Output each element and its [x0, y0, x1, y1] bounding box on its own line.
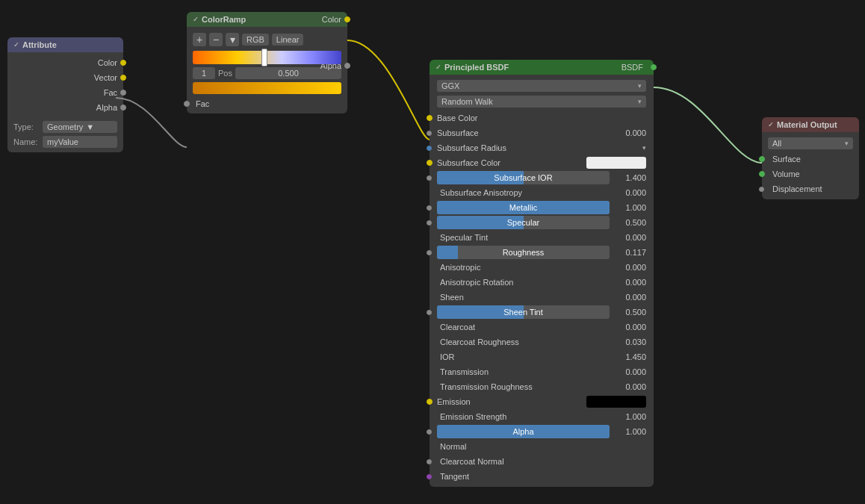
bsdf-subsurface-color-label: Subsurface Color — [437, 158, 586, 167]
colorramp-node[interactable]: ✓ ColorRamp Color Alpha + − ▾ RGB Linear — [187, 12, 347, 113]
bsdf-aniso-rotation-val: 0.000 — [613, 278, 646, 287]
bsdf-emission-strength-row: Emission Strength 1.000 — [430, 409, 654, 424]
colorramp-menu-btn[interactable]: ▾ — [226, 33, 239, 46]
bsdf-clearcoat-normal-socket[interactable] — [427, 459, 432, 464]
bsdf-clearcoat-normal-row: Clearcoat Normal — [430, 454, 654, 469]
bsdf-specular-tint-label: Specular Tint — [437, 233, 613, 242]
bsdf-subsurface-color-row: Subsurface Color — [430, 155, 654, 170]
matout-surface-socket[interactable] — [759, 156, 765, 162]
bsdf-tangent-label: Tangent — [437, 472, 646, 481]
bsdf-alpha-row: Alpha 1.000 — [430, 424, 654, 439]
bsdf-sheen-row: Sheen 0.000 — [430, 290, 654, 305]
bsdf-sheen-tint-socket[interactable] — [427, 310, 432, 315]
bsdf-roughness-bar[interactable]: Roughness — [437, 246, 610, 259]
bsdf-basecolor-socket[interactable] — [427, 115, 432, 121]
bsdf-tangent-socket[interactable] — [427, 474, 432, 479]
attribute-node-title: Attribute — [22, 40, 57, 49]
matout-volume-socket[interactable] — [759, 171, 765, 177]
bsdf-specular-row: Specular 0.500 — [430, 215, 654, 230]
colorramp-alpha-socket[interactable] — [344, 63, 350, 69]
colorramp-handle[interactable] — [261, 49, 267, 66]
colorramp-color-out-socket[interactable] — [344, 16, 350, 22]
colorramp-colormode-dropdown[interactable]: RGB — [242, 34, 269, 46]
attr-name-label: Name: — [13, 137, 40, 146]
colorramp-remove-btn[interactable]: − — [209, 33, 223, 46]
colorramp-add-btn[interactable]: + — [193, 33, 206, 46]
bsdf-distribution-value: GGX — [441, 81, 459, 90]
colorramp-fac-socket[interactable] — [184, 101, 190, 107]
bsdf-specular-bar[interactable]: Specular — [437, 216, 610, 229]
attr-color-label: Color — [13, 58, 117, 67]
attr-name-input[interactable]: myValue — [43, 136, 117, 148]
bsdf-emission-label: Emission — [437, 397, 586, 406]
bsdf-metallic-row: Metallic 1.000 — [430, 200, 654, 215]
colorramp-preview[interactable] — [193, 82, 341, 94]
colorramp-chevron-icon: ✓ — [193, 16, 199, 23]
bsdf-ior-val: 1.450 — [613, 352, 646, 361]
attr-color-socket[interactable] — [120, 60, 126, 66]
attr-type-dropdown[interactable]: Geometry ▼ — [43, 121, 117, 133]
attr-alpha-socket[interactable] — [120, 105, 126, 111]
bsdf-sheen-val: 0.000 — [613, 293, 646, 302]
attr-vector-socket[interactable] — [120, 75, 126, 81]
bsdf-subsurface-color-swatch[interactable] — [586, 157, 646, 169]
bsdf-node[interactable]: ✓ Principled BSDF BSDF GGX ▾ Random Walk… — [430, 60, 654, 487]
attribute-chevron-icon: ✓ — [13, 41, 19, 49]
bsdf-node-title: Principled BSDF — [444, 63, 618, 72]
matout-chevron-icon: ✓ — [768, 121, 774, 128]
bsdf-clearcoat-normal-label: Clearcoat Normal — [437, 457, 646, 466]
matout-all-dropdown[interactable]: All ▾ — [768, 137, 853, 149]
matout-node-title: Material Output — [777, 120, 837, 129]
bsdf-roughness-socket[interactable] — [427, 250, 432, 255]
attribute-node[interactable]: ✓ Attribute Color Vector Fac Alpha Type:… — [7, 37, 123, 152]
colorramp-node-body: + − ▾ RGB Linear 1 Pos 0.500 — [187, 27, 347, 113]
bsdf-roughness-label: Roughness — [437, 248, 610, 257]
bsdf-transmission-row: Transmission 0.000 — [430, 364, 654, 379]
attr-fac-socket[interactable] — [120, 90, 126, 96]
bsdf-alpha-bar[interactable]: Alpha — [437, 425, 610, 438]
bsdf-metallic-socket[interactable] — [427, 205, 432, 211]
bsdf-normal-row: Normal — [430, 439, 654, 454]
bsdf-subsurface-ior-socket[interactable] — [427, 175, 432, 181]
bsdf-sheen-tint-label: Sheen Tint — [437, 308, 610, 317]
material-output-node[interactable]: ✓ Material Output All ▾ Surface Volume D… — [762, 117, 859, 199]
bsdf-subsurface-arrow-icon: ▾ — [638, 98, 642, 105]
bsdf-subsurface-socket[interactable] — [427, 131, 432, 136]
attribute-node-header: ✓ Attribute — [7, 37, 123, 52]
bsdf-subsurface-method-dropdown[interactable]: Random Walk ▾ — [437, 96, 646, 108]
matout-displacement-socket[interactable] — [759, 187, 764, 192]
bsdf-out-socket[interactable] — [651, 64, 657, 70]
bsdf-sheen-tint-val: 0.500 — [613, 308, 646, 317]
bsdf-metallic-bar[interactable]: Metallic — [437, 201, 610, 214]
matout-surface-row: Surface — [762, 152, 859, 167]
colorramp-fac-label: Fac — [196, 99, 209, 108]
bsdf-trans-roughness-val: 0.000 — [613, 382, 646, 391]
colorramp-controls: + − ▾ RGB Linear — [187, 30, 347, 49]
bsdf-subsurface-radius-socket[interactable] — [427, 146, 432, 151]
bsdf-node-header: ✓ Principled BSDF BSDF — [430, 60, 654, 75]
bsdf-sheen-label: Sheen — [437, 293, 613, 302]
bsdf-output-label: BSDF — [621, 63, 643, 72]
colorramp-interp-dropdown[interactable]: Linear — [272, 34, 304, 46]
bsdf-emission-socket[interactable] — [427, 399, 432, 405]
bsdf-node-body: GGX ▾ Random Walk ▾ Base Color Subsurfac… — [430, 75, 654, 487]
colorramp-gradient[interactable] — [193, 51, 341, 64]
bsdf-clearcoat-roughness-row: Clearcoat Roughness 0.030 — [430, 335, 654, 349]
bsdf-emission-swatch[interactable] — [586, 396, 646, 408]
bsdf-alpha-socket[interactable] — [427, 429, 432, 435]
bsdf-emission-row: Emission — [430, 394, 654, 409]
bsdf-distribution-dropdown[interactable]: GGX ▾ — [437, 80, 646, 92]
bsdf-specular-socket[interactable] — [427, 220, 432, 225]
bsdf-metallic-val: 1.000 — [613, 203, 646, 212]
bsdf-sheen-tint-bar[interactable]: Sheen Tint — [437, 305, 610, 319]
colorramp-index-input[interactable]: 1 — [193, 67, 215, 79]
bsdf-distribution-arrow-icon: ▾ — [638, 82, 642, 90]
attribute-node-body: Color Vector Fac Alpha Type: Geometry ▼ … — [7, 52, 123, 152]
bsdf-subsurface-color-socket[interactable] — [427, 160, 432, 166]
bsdf-emission-strength-label: Emission Strength — [437, 412, 613, 421]
bsdf-subsurface-ior-bar[interactable]: Subsurface IOR — [437, 171, 610, 184]
matout-volume-row: Volume — [762, 167, 859, 181]
bsdf-subsurface-radius-row: Subsurface Radius ▾ — [430, 140, 654, 155]
bsdf-emission-strength-val: 1.000 — [613, 412, 646, 421]
bsdf-subsurface-method-value: Random Walk — [441, 97, 493, 106]
